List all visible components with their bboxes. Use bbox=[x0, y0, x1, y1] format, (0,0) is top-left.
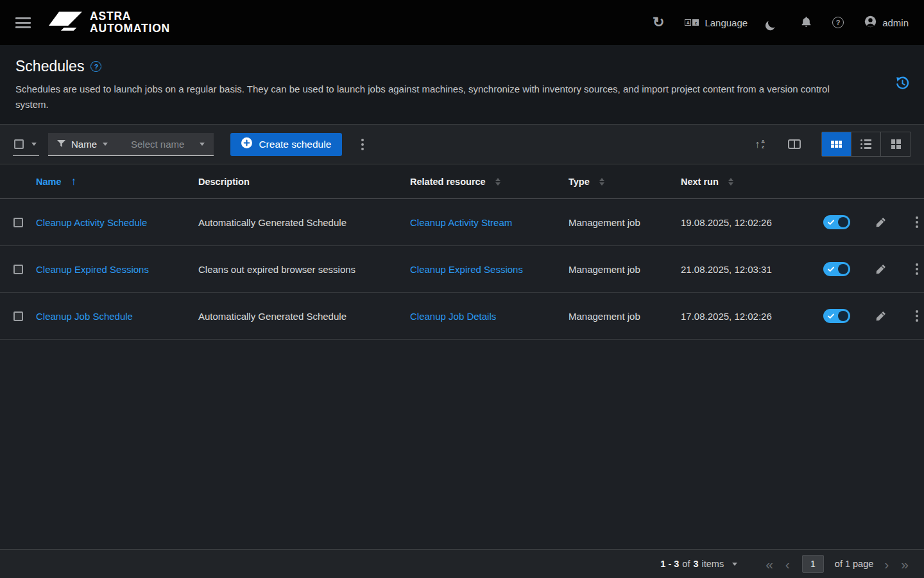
next-run-value: 21.08.2025, 12:03:31 bbox=[681, 264, 816, 275]
select-all-checkbox[interactable] bbox=[14, 139, 24, 149]
previous-page-button[interactable]: ‹ bbox=[784, 557, 791, 571]
schedule-name-link[interactable]: Cleanup Activity Schedule bbox=[36, 217, 198, 228]
check-icon bbox=[828, 313, 834, 319]
next-page-button[interactable]: › bbox=[883, 557, 890, 571]
refresh-button[interactable]: ↻ bbox=[653, 15, 664, 30]
manage-columns-button[interactable] bbox=[782, 136, 807, 153]
sort-az-icon: ↑ A z bbox=[755, 139, 765, 150]
row-kebab-menu[interactable] bbox=[912, 213, 922, 232]
last-page-button[interactable]: » bbox=[900, 557, 910, 571]
user-menu[interactable]: admin bbox=[864, 15, 909, 30]
language-icon: A z bbox=[685, 19, 699, 26]
items-total: 3 bbox=[693, 559, 698, 569]
refresh-icon: ↻ bbox=[653, 15, 664, 30]
dark-mode-moon-icon bbox=[767, 17, 778, 28]
first-page-button[interactable]: « bbox=[764, 557, 774, 571]
column-header-type[interactable]: Type bbox=[569, 177, 681, 187]
activity-history-button[interactable] bbox=[895, 76, 910, 92]
sort-ascending-icon: ↑ bbox=[71, 176, 77, 187]
schedule-type: Management job bbox=[569, 311, 681, 322]
row-kebab-menu[interactable] bbox=[912, 259, 922, 279]
table-view-button[interactable] bbox=[822, 132, 851, 156]
enabled-toggle[interactable] bbox=[823, 262, 850, 276]
column-header-next-run[interactable]: Next run bbox=[681, 177, 816, 187]
enabled-toggle[interactable] bbox=[823, 215, 850, 229]
schedule-type: Management job bbox=[569, 217, 681, 228]
edit-schedule-button[interactable] bbox=[869, 213, 893, 231]
edit-schedule-button[interactable] bbox=[869, 307, 893, 325]
filter-value-select[interactable]: Select name bbox=[117, 133, 214, 155]
user-avatar-icon bbox=[864, 15, 877, 30]
schedule-name-link[interactable]: Cleanup Job Schedule bbox=[36, 311, 198, 322]
masthead: ASTRA AUTOMATION ↻ A z Language bbox=[0, 0, 924, 45]
items-range: 1 - 3 bbox=[660, 559, 679, 569]
check-icon bbox=[828, 220, 834, 225]
schedule-description: Automatically Generated Schedule bbox=[198, 217, 410, 228]
table-row: Cleanup Expired Sessions Cleans out expi… bbox=[0, 246, 924, 293]
pencil-icon bbox=[876, 311, 886, 321]
brand-text: ASTRA AUTOMATION bbox=[90, 10, 170, 35]
bell-icon bbox=[801, 16, 812, 30]
card-view-button[interactable] bbox=[881, 132, 911, 156]
row-checkbox[interactable] bbox=[13, 218, 23, 227]
filter-attribute-label: Name bbox=[71, 139, 97, 150]
view-toggle-group bbox=[821, 132, 911, 157]
notifications-button[interactable] bbox=[801, 16, 812, 30]
help-icon: ? bbox=[832, 17, 844, 28]
filter-group: Name Select name bbox=[48, 133, 214, 156]
user-label: admin bbox=[882, 17, 909, 28]
schedule-description: Automatically Generated Schedule bbox=[198, 311, 410, 322]
row-checkbox[interactable] bbox=[13, 311, 23, 321]
sort-both-icon bbox=[728, 178, 733, 186]
brand-logo[interactable]: ASTRA AUTOMATION bbox=[49, 8, 170, 37]
edit-schedule-button[interactable] bbox=[869, 260, 893, 278]
sort-both-icon bbox=[599, 178, 604, 186]
sort-options-button[interactable]: ↑ A z bbox=[748, 136, 771, 153]
next-run-value: 19.08.2025, 12:02:26 bbox=[681, 217, 816, 228]
history-icon bbox=[895, 83, 910, 92]
toolbar-kebab-menu[interactable] bbox=[357, 135, 368, 154]
nav-toggle-icon[interactable] bbox=[15, 17, 31, 28]
column-header-related-resource[interactable]: Related resource bbox=[410, 177, 569, 187]
related-resource-link[interactable]: Cleanup Job Details bbox=[410, 311, 569, 322]
page-header: Schedules ? Schedules are used to launch… bbox=[0, 45, 924, 125]
chevron-down-icon bbox=[31, 143, 37, 146]
language-label: Language bbox=[705, 17, 748, 28]
list-view-button[interactable] bbox=[851, 132, 881, 156]
column-header-name[interactable]: Name ↑ bbox=[36, 176, 198, 187]
help-menu[interactable]: ? bbox=[832, 17, 844, 28]
row-kebab-menu[interactable] bbox=[912, 306, 922, 326]
chevron-down-icon bbox=[103, 143, 108, 146]
table-header: Name ↑ Description Related resource Type… bbox=[0, 164, 924, 199]
brand-line2: AUTOMATION bbox=[90, 22, 170, 35]
page-help-icon[interactable]: ? bbox=[90, 61, 101, 72]
related-resource-link[interactable]: Cleanup Expired Sessions bbox=[410, 264, 569, 275]
filter-icon bbox=[57, 139, 65, 150]
chevron-down-icon bbox=[200, 143, 205, 146]
row-checkbox[interactable] bbox=[13, 265, 23, 274]
theme-toggle-button[interactable] bbox=[768, 18, 780, 28]
current-page-input[interactable] bbox=[802, 555, 824, 573]
schedule-type: Management job bbox=[569, 264, 681, 275]
page-count-label: of 1 page bbox=[835, 559, 873, 569]
schedule-description: Cleans out expired browser sessions bbox=[198, 264, 410, 275]
schedule-name-link[interactable]: Cleanup Expired Sessions bbox=[36, 264, 198, 275]
card-view-icon bbox=[891, 139, 901, 149]
create-schedule-label: Create schedule bbox=[259, 139, 331, 150]
chevron-down-icon bbox=[732, 563, 737, 566]
brand-mark-icon bbox=[49, 8, 82, 37]
brand-line1: ASTRA bbox=[90, 10, 170, 22]
create-schedule-button[interactable]: Create schedule bbox=[230, 133, 342, 156]
related-resource-link[interactable]: Cleanup Activity Stream bbox=[410, 217, 569, 228]
columns-icon bbox=[788, 139, 801, 149]
filter-attribute-dropdown[interactable]: Name bbox=[48, 133, 117, 155]
plus-circle-icon bbox=[241, 137, 252, 151]
bulk-select-dropdown[interactable] bbox=[13, 133, 39, 156]
items-per-page-dropdown[interactable]: 1 - 3 of 3 items bbox=[660, 559, 737, 569]
pencil-icon bbox=[876, 264, 886, 274]
toolbar-view-controls: ↑ A z bbox=[748, 132, 911, 157]
table-row: Cleanup Job Schedule Automatically Gener… bbox=[0, 293, 924, 340]
enabled-toggle[interactable] bbox=[823, 309, 850, 323]
empty-area bbox=[0, 340, 924, 549]
language-menu[interactable]: A z Language bbox=[685, 17, 748, 28]
